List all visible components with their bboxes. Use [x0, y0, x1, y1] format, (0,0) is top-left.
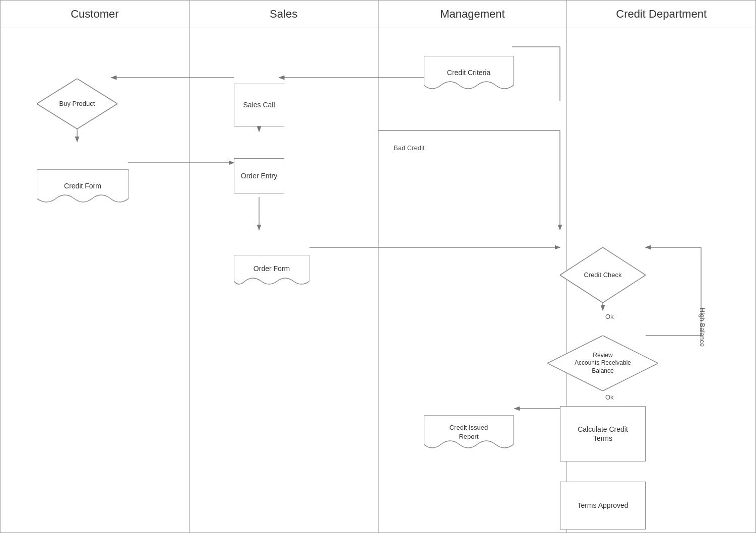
order-form-doc: Order Form — [234, 255, 309, 293]
lane-management — [379, 28, 568, 533]
credit-form-doc: Credit Form — [37, 169, 129, 211]
credit-issued-doc: Credit Issued Report — [424, 415, 514, 456]
buy-product-diamond: Buy Product — [37, 79, 117, 129]
ok2-label: Ok — [605, 393, 614, 401]
svg-text:Credit Criteria: Credit Criteria — [447, 69, 491, 77]
svg-text:Credit Issued: Credit Issued — [450, 424, 488, 431]
lane-header-management: Management — [379, 1, 568, 28]
bad-credit-label: Bad Credit — [394, 144, 424, 152]
order-entry-rect: Order Entry — [234, 158, 284, 193]
credit-criteria-doc: Credit Criteria — [424, 56, 514, 97]
diagram-container: Customer Sales Management Credit Departm… — [0, 0, 756, 533]
high-balance-label: High Balance — [699, 308, 706, 347]
lane-header-customer: Customer — [1, 1, 190, 28]
ok1-label: Ok — [605, 313, 614, 320]
credit-check-diamond: Credit Check — [560, 247, 646, 303]
lane-header-sales: Sales — [190, 1, 379, 28]
lanes-header: Customer Sales Management Credit Departm… — [1, 1, 755, 28]
sales-call-rect: Sales Call — [234, 84, 284, 126]
svg-text:Report: Report — [459, 433, 478, 440]
terms-approved-rect: Terms Approved — [560, 482, 646, 529]
calculate-credit-rect: Calculate Credit Terms — [560, 406, 646, 461]
svg-text:Credit Form: Credit Form — [64, 182, 101, 190]
review-ar-diamond: Review Accounts Receivable Balance — [547, 336, 658, 391]
svg-text:Order Form: Order Form — [254, 264, 290, 273]
lane-header-credit: Credit Department — [567, 1, 755, 28]
